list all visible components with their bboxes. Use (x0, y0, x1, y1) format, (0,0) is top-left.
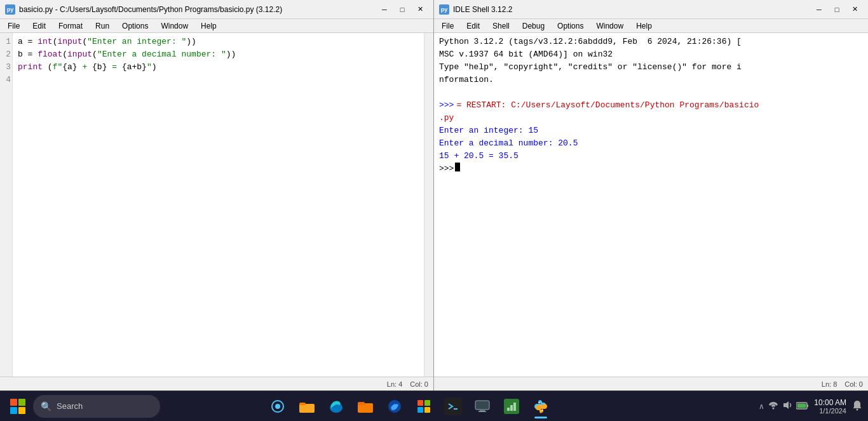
display-icon (473, 398, 491, 415)
shell-line-1: Python 3.12.2 (tags/v3.12.2:6abddd9, Feb… (439, 36, 863, 48)
editor-menu-window[interactable]: Window (156, 20, 193, 32)
editor-menu-format[interactable]: Format (53, 20, 88, 32)
copilot-icon (269, 398, 287, 415)
taskbar-tray: ∧ 10:00 AM 1/1/2024 (759, 398, 863, 415)
editor-menu-edit[interactable]: Edit (27, 20, 51, 32)
shell-prompt-line: >>> (439, 163, 863, 175)
terminal-icon (444, 398, 462, 415)
shell-line-3: Type "help", "copyright", "credits" or "… (439, 61, 863, 74)
editor-menu-bar: File Edit Format Run Options Window Help (0, 19, 433, 33)
shell-col: Col: 0 (844, 380, 863, 388)
svg-rect-18 (507, 408, 510, 411)
shell-cursor (455, 163, 460, 171)
shell-title-icon: py (439, 4, 449, 15)
taskbar-apps (264, 392, 555, 420)
shell-input-1: Enter an integer: 15 (439, 124, 863, 137)
svg-point-22 (541, 409, 543, 410)
tray-network-icon[interactable] (768, 400, 778, 412)
editor-titlebar: py basicio.py - C:/Users/Laysoft/Documen… (0, 0, 433, 19)
edge-icon (327, 398, 345, 415)
svg-point-1 (275, 404, 280, 409)
chart-icon (503, 398, 520, 415)
shell-restart-cont: .py (439, 112, 863, 124)
svg-rect-26 (807, 404, 808, 407)
search-icon: 🔍 (41, 401, 51, 411)
svg-point-28 (857, 408, 858, 410)
system-clock[interactable]: 10:00 AM 1/1/2024 (814, 398, 846, 415)
taskbar-app-folder[interactable] (351, 392, 379, 420)
svg-point-21 (538, 402, 539, 403)
windows-logo-icon (10, 399, 25, 414)
code-line-1: a = int(input("Enter an integer: ")) (18, 36, 419, 48)
taskbar-app-edge[interactable] (322, 392, 350, 420)
shell-menu-window[interactable]: Window (591, 20, 628, 32)
editor-minimize-button[interactable]: ─ (376, 3, 393, 16)
shell-maximize-button[interactable]: □ (829, 3, 845, 16)
taskbar: 🔍 Search (0, 391, 868, 421)
file-explorer-icon (298, 398, 316, 415)
editor-code[interactable]: a = int(input("Enter an integer: ")) b =… (13, 33, 424, 377)
code-line-4 (18, 74, 419, 86)
shell-line-4: nformation. (439, 74, 863, 86)
shell-titlebar: py IDLE Shell 3.12.2 ─ □ ✕ (434, 0, 868, 19)
edge2-icon (386, 398, 403, 415)
store-icon (415, 398, 433, 415)
svg-point-23 (773, 408, 775, 410)
taskbar-app-store[interactable] (410, 392, 438, 420)
svg-rect-27 (797, 403, 806, 408)
svg-rect-2 (299, 404, 315, 413)
taskbar-app-python[interactable] (527, 392, 555, 420)
editor-close-button[interactable]: ✕ (412, 3, 428, 16)
taskbar-app-display[interactable] (468, 392, 496, 420)
editor-window-controls: ─ □ ✕ (376, 3, 428, 16)
editor-menu-options[interactable]: Options (117, 20, 153, 32)
editor-ln: Ln: 4 (387, 380, 402, 388)
search-label: Search (57, 401, 83, 411)
shell-menu-debug[interactable]: Debug (517, 20, 550, 32)
taskbar-app-edge2[interactable] (381, 392, 409, 420)
tray-chevron-icon[interactable]: ∧ (759, 402, 764, 411)
tray-sound-icon[interactable] (782, 400, 792, 413)
shell-input-2: Enter a decimal number: 20.5 (439, 137, 863, 150)
taskbar-app-terminal[interactable] (439, 392, 467, 420)
shell-menu-shell[interactable]: Shell (487, 20, 515, 32)
shell-result: 15 + 20.5 = 35.5 (439, 150, 863, 163)
svg-rect-3 (299, 403, 306, 405)
editor-menu-file[interactable]: File (3, 20, 25, 32)
editor-title-text: basicio.py - C:/Users/Laysoft/Documents/… (19, 5, 376, 14)
shell-menu-options[interactable]: Options (552, 20, 588, 32)
code-line-2: b = float(input("Enter a decimal number:… (18, 48, 419, 61)
shell-title-text: IDLE Shell 3.12.2 (453, 5, 811, 14)
search-bar[interactable]: 🔍 Search (33, 395, 160, 418)
shell-menu-edit[interactable]: Edit (461, 20, 485, 32)
editor-scrollbar[interactable] (424, 33, 433, 377)
svg-rect-6 (358, 402, 365, 405)
start-button[interactable] (5, 394, 31, 419)
shell-menu-help[interactable]: Help (631, 20, 657, 32)
taskbar-app-file-explorer[interactable] (293, 392, 321, 420)
svg-rect-8 (417, 400, 423, 406)
svg-rect-9 (424, 400, 430, 406)
shell-menu-file[interactable]: File (437, 20, 459, 32)
editor-menu-run[interactable]: Run (90, 20, 114, 32)
folder-icon (356, 398, 374, 415)
svg-rect-10 (417, 407, 423, 413)
clock-date: 1/1/2024 (814, 407, 846, 415)
svg-rect-11 (424, 407, 430, 413)
clock-time: 10:00 AM (814, 398, 846, 407)
editor-menu-help[interactable]: Help (196, 20, 222, 32)
taskbar-app-copilot[interactable] (264, 392, 292, 420)
notification-icon[interactable] (851, 399, 863, 413)
shell-ln: Ln: 8 (822, 380, 837, 388)
tray-icons: ∧ (759, 400, 809, 413)
shell-statusbar: Ln: 8 Col: 0 (434, 377, 868, 391)
editor-title-icon: py (5, 4, 15, 15)
shell-close-button[interactable]: ✕ (846, 3, 863, 16)
editor-code-area[interactable]: 1 2 3 4 a = int(input("Enter an integer:… (0, 33, 433, 377)
shell-minimize-button[interactable]: ─ (811, 3, 827, 16)
shell-output[interactable]: Python 3.12.2 (tags/v3.12.2:6abddd9, Feb… (434, 33, 868, 377)
python-icon (532, 398, 550, 415)
taskbar-app-chart[interactable] (498, 392, 526, 420)
editor-statusbar: Ln: 4 Col: 0 (0, 377, 433, 391)
editor-maximize-button[interactable]: □ (394, 3, 410, 16)
